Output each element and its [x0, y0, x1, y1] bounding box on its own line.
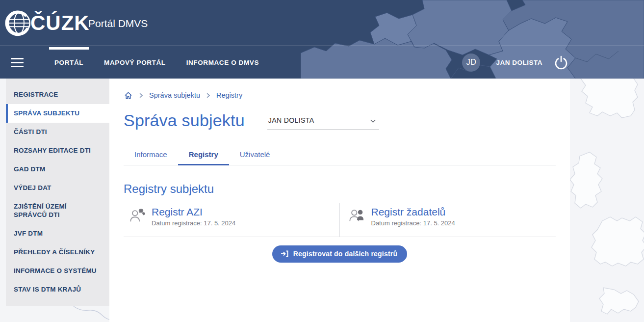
registry-card-text: Registr AZI Datum registrace: 17. 5. 202… [152, 206, 235, 227]
header: ČÚZK Portál DMVS PORTÁL MAPOVÝ PORTÁL IN… [0, 0, 644, 79]
registry-zadatelu-date: Datum registrace: 17. 5. 2024 [371, 219, 455, 227]
sidebar-item-jvf-dtm[interactable]: JVF DTM [6, 224, 109, 243]
page-title: Správa subjektu [124, 111, 245, 130]
registry-card-text: Registr žadatelů Datum registrace: 17. 5… [371, 206, 455, 227]
chevron-right-icon [137, 92, 145, 99]
sidebar: REGISTRACE SPRÁVA SUBJEKTU ČÁSTI DTI ROZ… [6, 79, 109, 306]
user-gear-icon [129, 207, 145, 224]
section-heading: Registry subjektu [124, 182, 556, 196]
subject-select[interactable]: JAN DOLISTA [267, 113, 379, 130]
cuzk-logo[interactable]: ČÚZK [5, 9, 90, 37]
avatar[interactable]: JD [462, 54, 480, 72]
register-more-button[interactable]: Registrovat do dalších registrů [272, 245, 407, 263]
sidebar-item-casti-dti[interactable]: ČÁSTI DTI [6, 123, 109, 141]
sidebar-item-stav-is-dtm-kraju[interactable]: STAV IS DTM KRAJŮ [6, 280, 109, 299]
user-menu[interactable]: JD JAN DOLISTA [462, 46, 542, 79]
login-icon [280, 249, 289, 258]
registry-zadatelu-link[interactable]: Registr žadatelů [371, 206, 455, 218]
chevron-down-icon [369, 117, 377, 127]
active-tab-indicator [49, 47, 89, 50]
sidebar-item-registrace[interactable]: REGISTRACE [6, 85, 109, 104]
sidebar-item-rozsahy-editace-dti[interactable]: ROZSAHY EDITACE DTI [6, 141, 109, 160]
active-tab-underline [178, 164, 229, 165]
tab-registry[interactable]: Registry [178, 144, 229, 165]
nav-items: PORTÁL MAPOVÝ PORTÁL INFORMACE O DMVS [44, 47, 269, 78]
registry-card-zadatelu: Registr žadatelů Datum registrace: 17. 5… [340, 203, 556, 237]
sidebar-item-zjisteni-uzemi-spravcu-dti[interactable]: ZJIŠTĚNÍ ÚZEMÍ SPRÁVCŮ DTI [6, 197, 109, 224]
sidebar-item-informace-o-systemu[interactable]: INFORMACE O SYSTÉMU [6, 262, 109, 280]
chevron-right-icon [205, 92, 212, 99]
app-title: Portál DMVS [88, 18, 148, 29]
nav-item-mapovy-portal[interactable]: MAPOVÝ PORTÁL [94, 47, 176, 78]
sidebar-item-prehledy-a-ciselniky[interactable]: PŘEHLEDY A ČÍSELNÍKY [6, 243, 109, 262]
right-map-zone [570, 79, 644, 322]
cuzk-globe-icon [5, 9, 33, 37]
portal-dmvs-app: ČÚZK Portál DMVS PORTÁL MAPOVÝ PORTÁL IN… [0, 0, 644, 322]
title-row: Správa subjektu JAN DOLISTA [124, 111, 556, 130]
czech-regions-outline-decoration [570, 79, 644, 322]
subject-select-value: JAN DOLISTA [268, 116, 314, 124]
sidebar-item-gad-dtm[interactable]: GAD DTM [6, 160, 109, 179]
registry-card-azi: Registr AZI Datum registrace: 17. 5. 202… [124, 203, 340, 237]
nav-item-portal[interactable]: PORTÁL [44, 47, 94, 78]
hamburger-menu-icon[interactable] [11, 55, 24, 70]
breadcrumb-sprava-subjektu[interactable]: Správa subjektu [149, 91, 200, 99]
header-top-row: ČÚZK Portál DMVS [0, 0, 644, 46]
user-area: JD JAN DOLISTA [409, 46, 644, 79]
home-icon[interactable] [124, 91, 133, 100]
tab-informace[interactable]: Informace [124, 144, 178, 165]
logo-text: ČÚZK [30, 11, 90, 35]
users-icon [348, 207, 365, 224]
left-zone: REGISTRACE SPRÁVA SUBJEKTU ČÁSTI DTI ROZ… [0, 79, 109, 322]
nav-item-informace-o-dmvs[interactable]: INFORMACE O DMVS [176, 47, 269, 78]
user-name: JAN DOLISTA [496, 59, 542, 66]
main-content: Správa subjektu Registry Správa subjektu… [109, 79, 570, 322]
breadcrumb: Správa subjektu Registry [124, 90, 556, 101]
breadcrumb-registry[interactable]: Registry [216, 91, 242, 99]
sidebar-item-sprava-subjektu[interactable]: SPRÁVA SUBJEKTU [6, 104, 109, 123]
tabs: Informace Registry Uživatelé [124, 144, 556, 165]
registry-list: Registr AZI Datum registrace: 17. 5. 202… [124, 203, 556, 237]
sidebar-item-vydej-dat[interactable]: VÝDEJ DAT [6, 179, 109, 197]
registry-azi-link[interactable]: Registr AZI [152, 206, 235, 218]
registry-azi-date: Datum registrace: 17. 5. 2024 [152, 219, 235, 227]
power-icon[interactable] [553, 54, 569, 71]
button-row: Registrovat do dalších registrů [124, 245, 556, 263]
tab-uzivatele[interactable]: Uživatelé [229, 144, 281, 165]
